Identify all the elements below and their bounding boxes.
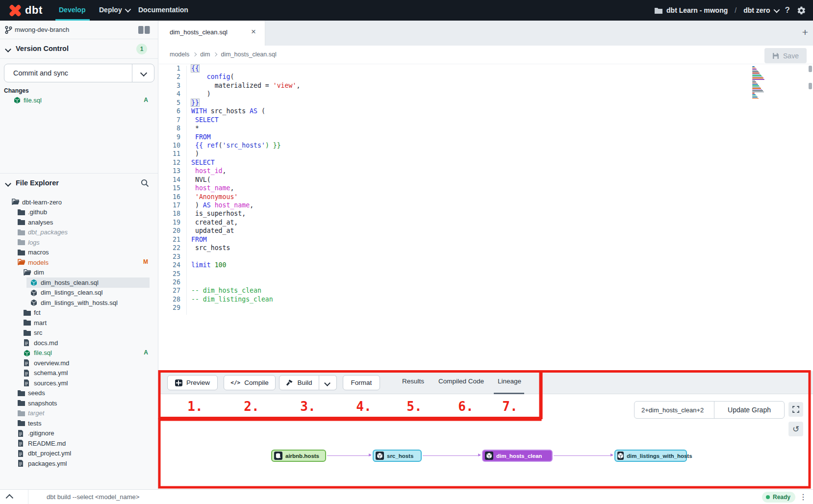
lineage-node-src-hosts[interactable]: src_hosts <box>373 450 422 462</box>
code-line[interactable]: 28-- dim_listings_clean <box>159 295 813 303</box>
code-line[interactable]: 3 materialized = 'view', <box>159 81 813 90</box>
build-button[interactable]: Build <box>279 375 319 390</box>
version-control-header[interactable]: Version Control 1 <box>0 39 158 59</box>
lineage-selector-input[interactable]: 2+dim_hosts_clean+2 <box>635 402 714 418</box>
tree-item-src[interactable]: src <box>0 328 158 338</box>
lineage-node-dim-hosts-clean[interactable]: dim_hosts_clean <box>482 450 553 462</box>
nav-documentation[interactable]: Documentation <box>138 6 188 14</box>
code-line[interactable]: 2 config( <box>159 73 813 81</box>
tree-item-tests[interactable]: tests <box>0 418 158 428</box>
fullscreen-button[interactable] <box>788 402 803 417</box>
tree-item-dim-listings-with-hosts-sql[interactable]: dim_listings_with_hosts.sql <box>0 298 158 308</box>
tab-compiled-code[interactable]: Compiled Code <box>438 378 484 385</box>
code-line[interactable]: 7 SELECT <box>159 116 813 124</box>
code-line[interactable]: 16 'Anonymous' <box>159 193 813 201</box>
tree-item-snapshots[interactable]: snapshots <box>0 398 158 408</box>
tree-item-overview-md[interactable]: overview.md <box>0 358 158 368</box>
changed-file-row[interactable]: file.sql A <box>0 95 158 106</box>
minimap[interactable] <box>752 66 768 99</box>
build-options-chevron[interactable] <box>319 375 337 390</box>
lineage-node-dim-listings-with-hosts[interactable]: dim_listings_with_hosts <box>614 450 687 462</box>
code-line[interactable]: 19 created_at, <box>159 218 813 227</box>
tree-item-dbt-packages[interactable]: dbt_packages <box>0 227 158 238</box>
commit-and-sync-button[interactable]: Commit and sync <box>4 64 154 82</box>
new-tab-button[interactable]: + <box>802 26 808 38</box>
code-line[interactable]: 10 {{ ref('src_hosts') }} <box>159 141 813 150</box>
code-line[interactable]: 21FROM <box>159 235 813 244</box>
lineage-node-airbnb-hosts[interactable]: airbnb.hosts <box>271 450 326 462</box>
tab-results[interactable]: Results <box>402 378 424 385</box>
tree-item-models[interactable]: modelsM <box>0 257 158 268</box>
scrollbar-thumb[interactable] <box>809 83 812 89</box>
code-line[interactable]: 13 host_id, <box>159 167 813 175</box>
code-line[interactable]: 14 NVL( <box>159 176 813 184</box>
code-line[interactable]: 6WITH src_hosts AS ( <box>159 107 813 115</box>
nav-deploy[interactable]: Deploy <box>99 6 129 14</box>
gear-icon[interactable] <box>797 6 806 15</box>
code-line[interactable]: 24limit 100 <box>159 261 813 269</box>
close-icon[interactable]: × <box>251 27 256 37</box>
expand-panel-chevron[interactable] <box>6 494 14 502</box>
tree-item--gitignore[interactable]: .gitignore <box>0 428 158 439</box>
tree-item-logs[interactable]: logs <box>0 237 158 248</box>
save-button[interactable]: Save <box>764 48 807 63</box>
code-editor[interactable]: 1{{2 config(3 materialized = 'view',4 )5… <box>159 64 813 371</box>
code-line[interactable]: 8 * <box>159 124 813 132</box>
tree-item-dim-listings-clean-sql[interactable]: dim_listings_clean.sql <box>0 288 158 298</box>
update-graph-button[interactable]: Update Graph <box>714 402 784 418</box>
tree-item-fct[interactable]: fct <box>0 308 158 318</box>
file-explorer-header[interactable]: File Explorer <box>0 173 158 194</box>
code-line[interactable]: 17 ) AS host_name, <box>159 201 813 209</box>
code-line[interactable]: 27-- dim_hosts_clean <box>159 286 813 295</box>
code-line[interactable]: 26 <box>159 278 813 286</box>
tree-item-macros[interactable]: macros <box>0 248 158 258</box>
chevron-down-icon[interactable] <box>140 70 147 76</box>
scrollbar-thumb[interactable] <box>809 66 812 72</box>
code-line[interactable]: 18 is_superhost, <box>159 209 813 218</box>
command-input[interactable]: dbt build --select <model_name> <box>47 493 139 501</box>
compile-button[interactable]: </> Compile <box>224 375 276 390</box>
tree-item-packages-yml[interactable]: packages.yml <box>0 458 158 469</box>
tree-item-target[interactable]: target <box>0 408 158 419</box>
code-line[interactable]: 15 host_name, <box>159 184 813 192</box>
code-line[interactable]: 9 FROM <box>159 133 813 141</box>
tree-item-dbt-project-yml[interactable]: dbt_project.yml <box>0 449 158 459</box>
code-line[interactable]: 11 ) <box>159 150 813 158</box>
editor-tab-bar: dim_hosts_clean.sql × + <box>159 21 813 46</box>
search-icon[interactable] <box>141 179 149 187</box>
tree-item-docs-md[interactable]: docs.md <box>0 338 158 348</box>
help-icon[interactable]: ? <box>785 5 790 15</box>
tree-item-mart[interactable]: mart <box>0 318 158 328</box>
tree-item--github[interactable]: .github <box>0 207 158 218</box>
tree-item-dim[interactable]: dim <box>0 268 158 278</box>
code-line[interactable]: 25 <box>159 270 813 278</box>
tab-lineage[interactable]: Lineage <box>498 378 521 385</box>
nav-develop[interactable]: Develop <box>59 6 85 14</box>
code-line[interactable]: 22 src_hosts <box>159 244 813 252</box>
project-selector[interactable]: dbt Learn - mwong <box>655 6 728 14</box>
code-line[interactable]: 1{{ <box>159 64 813 73</box>
tree-item-seeds[interactable]: seeds <box>0 388 158 399</box>
code-line[interactable]: 20 updated_at <box>159 227 813 235</box>
kebab-menu-icon[interactable]: ⋮ <box>799 492 807 502</box>
preview-button[interactable]: Preview <box>167 375 218 390</box>
tree-item-analyses[interactable]: analyses <box>0 217 158 227</box>
docs-panels-icon[interactable] <box>138 26 150 34</box>
dbt-logo[interactable]: dbt <box>9 2 48 18</box>
tab-dim-hosts-clean[interactable]: dim_hosts_clean.sql × <box>159 21 265 46</box>
code-line[interactable]: 5}} <box>159 99 813 107</box>
environment-selector[interactable]: dbt zero <box>743 6 778 14</box>
tree-item-sources-yml[interactable]: sources.yml <box>0 378 158 388</box>
code-line[interactable]: 12SELECT <box>159 158 813 167</box>
reset-view-button[interactable]: ↺ <box>788 422 803 436</box>
code-line[interactable]: 23 <box>159 252 813 261</box>
tree-item-file-sql[interactable]: file.sqlA <box>0 348 158 358</box>
code-line[interactable]: 29 <box>159 303 813 312</box>
format-button[interactable]: Format <box>343 375 380 390</box>
tree-item-dbt-learn-zero[interactable]: dbt-learn-zero <box>0 197 158 207</box>
tree-item-dim-hosts-clean-sql[interactable]: dim_hosts_clean.sql <box>0 277 158 288</box>
git-branch-row[interactable]: mwong-dev-branch <box>0 21 158 39</box>
tree-item-readme-md[interactable]: README.md <box>0 438 158 449</box>
code-line[interactable]: 4 ) <box>159 90 813 98</box>
tree-item-schema-yml[interactable]: schema.yml <box>0 368 158 378</box>
